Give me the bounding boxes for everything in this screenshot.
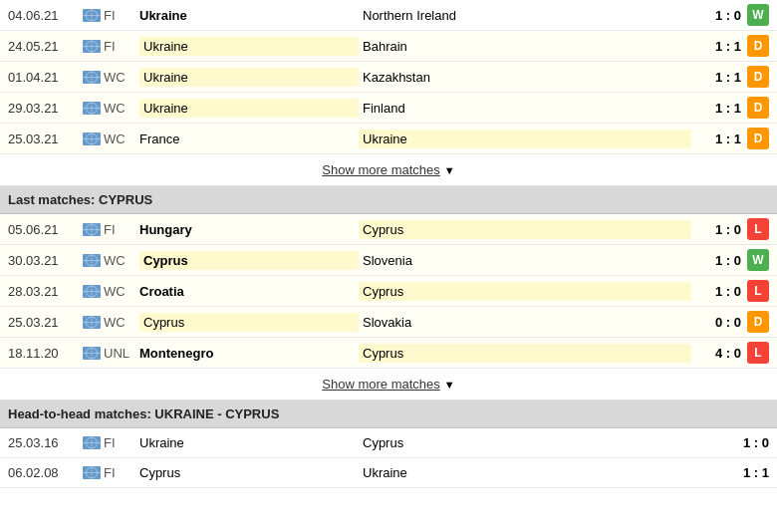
match-score: 0 : 0 [691,315,741,330]
result-badge: D [747,128,769,149]
away-team: Cyprus [359,220,691,239]
match-score: 1 : 1 [691,70,741,85]
match-score: 1 : 1 [691,132,741,146]
match-row: 28.03.21 WC Croatia Cyprus 1 : 0 L [0,276,777,307]
h2h-section-header: Head-to-head matches: UKRAINE - CYPRUS [0,400,777,428]
match-type: WC [104,315,139,330]
match-score: 1 : 1 [691,101,741,116]
show-more-cyprus-link[interactable]: Show more matches [322,377,440,392]
home-team: Ukraine [139,37,359,56]
match-date: 28.03.21 [8,284,80,299]
match-date: 25.03.16 [8,435,80,450]
result-badge: L [747,342,769,364]
match-date: 05.06.21 [8,222,80,237]
away-team: Slovakia [359,315,691,330]
home-team: Cyprus [139,313,359,332]
flag-icon [80,316,104,329]
match-score: 1 : 0 [691,284,741,299]
match-date: 01.04.21 [8,70,80,85]
h2h-header-text: Head-to-head matches: UKRAINE - CYPRUS [8,406,279,421]
home-team: Ukraine [139,99,359,118]
chevron-down-icon: ▼ [444,164,455,176]
result-badge: L [747,280,769,302]
match-type: FI [104,435,139,450]
match-type: WC [104,101,139,116]
flag-icon [80,254,104,267]
match-row: 29.03.21 WC Ukraine Finland 1 : 1 D [0,93,777,124]
match-score: 4 : 0 [691,346,741,361]
away-team: Kazakhstan [359,70,691,85]
match-date: 25.03.21 [8,132,80,146]
flag-icon [80,9,104,22]
away-team: Northern Ireland [359,8,691,23]
result-badge: W [747,249,769,271]
home-team: Cyprus [139,251,359,270]
match-date: 29.03.21 [8,101,80,116]
chevron-down-icon-2: ▼ [444,379,455,391]
match-row: 04.06.21 FI Ukraine Northern Ireland 1 :… [0,0,777,31]
away-team: Slovenia [359,253,691,268]
match-row: 30.03.21 WC Cyprus Slovenia 1 : 0 W [0,245,777,276]
match-row: 05.06.21 FI Hungary Cyprus 1 : 0 L [0,214,777,245]
home-team: Ukraine [139,8,359,23]
result-badge: L [747,218,769,240]
result-badge: W [747,4,769,26]
show-more-cyprus[interactable]: Show more matches ▼ [0,369,777,400]
away-team: Ukraine [359,130,691,148]
flag-icon [80,466,104,479]
match-type: WC [104,70,139,85]
match-date: 30.03.21 [8,253,80,268]
home-team: Croatia [139,284,359,299]
ukraine-matches: 04.06.21 FI Ukraine Northern Ireland 1 :… [0,0,777,154]
match-date: 24.05.21 [8,39,80,54]
home-team: Hungary [139,222,359,237]
home-team: France [139,132,359,146]
match-type: FI [104,8,139,23]
home-team: Montenegro [139,346,359,361]
match-score: 1 : 0 [691,253,741,268]
match-row: 06.02.08 FI Cyprus Ukraine 1 : 1 [0,458,777,488]
away-team: Cyprus [359,282,691,301]
flag-icon [80,102,104,115]
away-team: Bahrain [359,39,691,54]
match-row: 25.03.21 WC France Ukraine 1 : 1 D [0,124,777,154]
show-more-ukraine[interactable]: Show more matches ▼ [0,154,777,186]
match-row: 24.05.21 FI Ukraine Bahrain 1 : 1 D [0,31,777,62]
away-team: Ukraine [359,465,719,480]
match-date: 06.02.08 [8,465,80,480]
match-score: 1 : 1 [719,465,769,480]
match-row: 18.11.20 UNL Montenegro Cyprus 4 : 0 L [0,338,777,369]
match-date: 04.06.21 [8,8,80,23]
match-row: 25.03.21 WC Cyprus Slovakia 0 : 0 D [0,307,777,338]
match-score: 1 : 1 [691,39,741,54]
result-badge: D [747,97,769,119]
flag-icon [80,347,104,360]
flag-icon [80,285,104,298]
flag-icon [80,133,104,145]
flag-icon [80,436,104,449]
cyprus-header-text: Last matches: CYPRUS [8,192,152,207]
flag-icon [80,223,104,236]
result-badge: D [747,311,769,333]
result-badge: D [747,35,769,57]
away-team: Finland [359,101,691,116]
match-date: 25.03.21 [8,315,80,330]
match-type: FI [104,465,139,480]
match-score: 1 : 0 [719,435,769,450]
cyprus-matches: 05.06.21 FI Hungary Cyprus 1 : 0 L 30.03… [0,214,777,369]
match-score: 1 : 0 [691,222,741,237]
away-team: Cyprus [359,435,719,450]
home-team: Ukraine [139,435,359,450]
match-type: WC [104,284,139,299]
home-team: Ukraine [139,68,359,87]
cyprus-section-header: Last matches: CYPRUS [0,186,777,214]
result-badge: D [747,66,769,88]
match-type: FI [104,222,139,237]
show-more-ukraine-link[interactable]: Show more matches [322,162,440,177]
match-row: 25.03.16 FI Ukraine Cyprus 1 : 0 [0,428,777,458]
h2h-matches: 25.03.16 FI Ukraine Cyprus 1 : 0 06.02.0… [0,428,777,488]
flag-icon [80,40,104,53]
match-type: WC [104,253,139,268]
match-score: 1 : 0 [691,8,741,23]
match-type: FI [104,39,139,54]
